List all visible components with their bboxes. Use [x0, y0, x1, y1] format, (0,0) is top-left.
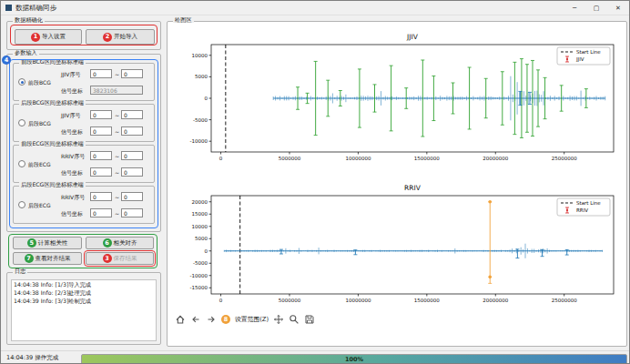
signal-coord-end-input[interactable] [121, 126, 143, 136]
rear-ecg-radio[interactable] [18, 201, 25, 208]
log-line: 14:04:38 Info: [2/3]处理完成 [12, 288, 156, 297]
figure-canvas[interactable]: 0500000010000000150000002000000025000000… [171, 28, 623, 341]
plot-area-groupbox: 绘图区 050000001000000015000000200000002500… [167, 21, 627, 347]
svg-text:5000000: 5000000 [279, 156, 301, 161]
svg-text:-10000: -10000 [190, 138, 208, 144]
zoom-icon[interactable] [289, 314, 300, 325]
import-settings-label: 导入设置 [42, 33, 66, 41]
jjiv-chart[interactable]: 0500000010000000150000002000000025000000… [171, 28, 623, 179]
correlate-align-button[interactable]: 6 相关对齐 [86, 237, 154, 249]
import-groupbox: 数据精确化 1 导入设置 2 开始导入 [6, 21, 161, 50]
range-separator: ~ [115, 194, 119, 200]
correlate-align-label: 相关对齐 [114, 239, 137, 248]
compute-correlation-button[interactable]: 5 计算相关性 [13, 237, 82, 249]
jjiv-index-label: JJIV序号 [61, 112, 80, 120]
app-window: 数据精确同步 ─ ▢ ✕ 数据精确化 1 导入设置 2 开始导入 参数输入 4 … [0, 0, 630, 364]
signal-coord-end-input[interactable] [121, 167, 143, 177]
range-separator: ~ [115, 112, 119, 118]
view-align-result-label: 查看对齐结果 [36, 255, 71, 263]
close-button[interactable]: ✕ [607, 5, 629, 12]
svg-text:0: 0 [219, 156, 223, 161]
svg-text:-10000: -10000 [190, 273, 208, 278]
rear-bcg-radio-label: 后段BCG [28, 120, 51, 128]
svg-text:5000000: 5000000 [279, 298, 301, 303]
range-separator: ~ [115, 128, 119, 135]
pan-icon[interactable] [273, 314, 284, 325]
front-ecg-radio-label: 前段ECG [28, 161, 51, 169]
rriv-index-start-input[interactable] [90, 192, 112, 201]
jjiv-index-start-input[interactable] [90, 69, 112, 78]
save-icon[interactable] [304, 314, 315, 325]
svg-text:10000: 10000 [192, 224, 208, 229]
range-separator: ~ [115, 169, 119, 176]
section-title: 前段ECG区间坐标标准端 [19, 141, 86, 147]
signal-coord-end-input[interactable] [121, 208, 143, 217]
front-ecg-radio[interactable] [18, 160, 25, 167]
signal-coord-start-input[interactable] [90, 208, 112, 217]
log-groupbox: 日志 14:04:38 Info: [1/3]导入完成 14:04:38 Inf… [6, 272, 161, 345]
rear-bcg-radio[interactable] [18, 119, 25, 126]
front-bcg-radio-label: 前段BCG [28, 79, 51, 87]
svg-text:0: 0 [205, 248, 208, 254]
svg-text:JJIV: JJIV [406, 33, 419, 41]
rriv-index-label: RRIV序号 [61, 194, 85, 202]
section-title: 前段BCG区间坐标标准端 [19, 59, 86, 65]
window-title: 数据精确同步 [15, 4, 564, 13]
signal-coord-label: 信号坐标 [61, 169, 83, 177]
svg-text:20000000: 20000000 [483, 156, 508, 161]
step-marker-7: 7 [25, 254, 34, 263]
home-icon[interactable] [175, 314, 186, 325]
rriv-index-end-input[interactable] [121, 151, 143, 160]
rriv-index-end-input[interactable] [121, 192, 143, 201]
range-separator: ~ [115, 71, 119, 77]
signal-coord-start-input[interactable] [90, 126, 112, 136]
plot-area-title: 绘图区 [173, 17, 194, 23]
log-group-title: 日志 [13, 268, 27, 274]
compute-correlation-label: 计算相关性 [38, 239, 68, 248]
minimize-button[interactable]: ─ [564, 5, 585, 12]
jjiv-index-end-input[interactable] [121, 110, 143, 119]
signal-coord-start-input[interactable] [90, 167, 112, 177]
import-group-title: 数据精确化 [13, 17, 45, 23]
svg-text:15000000: 15000000 [414, 298, 440, 303]
jjiv-index-start-input[interactable] [90, 110, 112, 119]
rriv-index-start-input[interactable] [90, 151, 112, 160]
svg-text:0: 0 [205, 96, 208, 101]
range-separator: ~ [115, 210, 119, 217]
maximize-button[interactable]: ▢ [585, 5, 607, 12]
param-section-rear-ecg: 后段ECG区间坐标标准端 后段ECG RRIV序号 ~ 信号坐标 ~ [13, 186, 155, 224]
svg-text:-15000: -15000 [190, 285, 208, 290]
svg-text:-5000: -5000 [193, 117, 208, 123]
signal-coord-label: 信号坐标 [61, 128, 83, 136]
svg-text:5000: 5000 [195, 74, 208, 79]
log-list[interactable]: 14:04:38 Info: [1/3]导入完成 14:04:38 Info: … [11, 279, 157, 341]
svg-text:RRIV: RRIV [404, 184, 422, 192]
step-marker-4: 4 [2, 56, 11, 65]
svg-text:Start Line: Start Line [576, 49, 601, 55]
plot-toolbar: 8 设置范围(Z) [175, 312, 315, 327]
front-bcg-radio[interactable] [18, 78, 25, 86]
step-marker-5: 5 [27, 238, 36, 248]
save-result-button[interactable]: 3 保存结果 [86, 252, 154, 265]
svg-text:15000000: 15000000 [414, 156, 440, 161]
jjiv-index-label: JJIV序号 [61, 71, 80, 79]
save-result-label: 保存结果 [114, 255, 137, 263]
params-group-title: 参数输入 [13, 50, 39, 56]
svg-text:25000000: 25000000 [552, 156, 577, 161]
import-settings-button[interactable]: 1 导入设置 [15, 29, 82, 45]
jjiv-index-end-input[interactable] [121, 69, 143, 78]
progress-bar: 100% [81, 354, 627, 364]
svg-text:20000: 20000 [192, 199, 208, 205]
view-align-result-button[interactable]: 7 查看对齐结果 [13, 252, 82, 265]
range-separator: ~ [115, 153, 119, 159]
step-marker-2: 2 [103, 33, 112, 42]
param-section-rear-bcg: 后段BCG区间坐标标准端 后段BCG JJIV序号 ~ 信号坐标 ~ [13, 104, 155, 142]
back-icon[interactable] [190, 314, 201, 325]
section-title: 后段ECG区间坐标标准端 [19, 182, 86, 187]
forward-icon[interactable] [206, 314, 217, 325]
rriv-chart[interactable]: 0500000010000000150000002000000025000000… [171, 183, 623, 321]
start-import-button[interactable]: 2 开始导入 [86, 29, 155, 45]
status-text: 14:04:39 操作完成 [6, 354, 58, 362]
svg-text:10000000: 10000000 [345, 298, 371, 303]
set-range-button[interactable]: 设置范围(Z) [235, 315, 269, 324]
